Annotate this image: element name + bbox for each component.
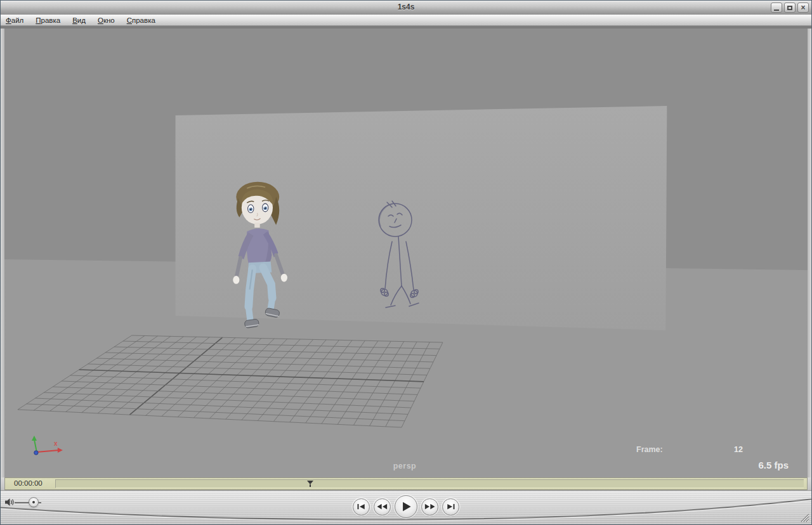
minimize-icon xyxy=(774,10,779,11)
fast-forward-icon xyxy=(424,503,435,510)
title-bar[interactable]: 1s4s × xyxy=(1,1,811,15)
maximize-icon xyxy=(787,6,792,10)
menu-edit[interactable]: Правка xyxy=(34,16,62,25)
window-controls: × xyxy=(771,3,809,13)
menu-help[interactable]: Справка xyxy=(126,16,157,25)
frame-left-edge xyxy=(1,29,4,477)
fps-indicator: 6.5 fps xyxy=(758,460,789,470)
menu-bar: Файл Правка Вид Окно Справка xyxy=(1,15,811,26)
control-bar xyxy=(1,490,811,525)
close-button[interactable]: × xyxy=(797,3,809,13)
rewind-icon xyxy=(377,503,388,510)
maximize-button[interactable] xyxy=(784,3,796,13)
video-frame: x persp Frame: 12 6.5 fps xyxy=(4,29,808,477)
frame-right-edge xyxy=(808,29,811,477)
timecode-display: 00:00:00 xyxy=(14,479,43,487)
transport-controls xyxy=(353,495,459,518)
jump-to-start-icon xyxy=(357,503,366,510)
viewport-3d-scene: x xyxy=(4,29,808,477)
close-icon: × xyxy=(801,4,805,11)
jump-to-end-icon xyxy=(446,503,455,510)
player-window: 1s4s × Файл Правка Вид Окно Справка xyxy=(0,0,812,525)
frame-label: Frame: xyxy=(636,445,663,454)
play-icon xyxy=(400,501,412,512)
menu-file[interactable]: Файл xyxy=(4,16,25,25)
window-title: 1s4s xyxy=(1,3,811,11)
jump-to-end-button[interactable] xyxy=(442,498,459,515)
rewind-button[interactable] xyxy=(374,498,391,515)
timeline-bar: 00:00:00 xyxy=(1,477,811,490)
camera-name-label: persp xyxy=(376,462,433,470)
speaker-icon xyxy=(4,497,15,507)
volume-knob[interactable] xyxy=(29,497,39,507)
seek-track[interactable] xyxy=(55,479,804,488)
fast-forward-button[interactable] xyxy=(421,498,438,515)
playhead-marker[interactable] xyxy=(307,481,313,487)
resize-grip[interactable] xyxy=(798,511,809,522)
frame-number: 12 xyxy=(714,445,743,454)
play-button[interactable] xyxy=(395,495,417,518)
jump-to-start-button[interactable] xyxy=(353,498,370,515)
lcd-panel: 00:00:00 xyxy=(4,477,808,490)
video-area: x persp Frame: 12 6.5 fps xyxy=(1,26,811,477)
axis-x-label: x xyxy=(54,440,58,447)
minimize-button[interactable] xyxy=(771,3,782,13)
menu-window[interactable]: Окно xyxy=(96,16,116,25)
menu-view[interactable]: Вид xyxy=(71,16,87,25)
volume-control xyxy=(4,496,55,510)
